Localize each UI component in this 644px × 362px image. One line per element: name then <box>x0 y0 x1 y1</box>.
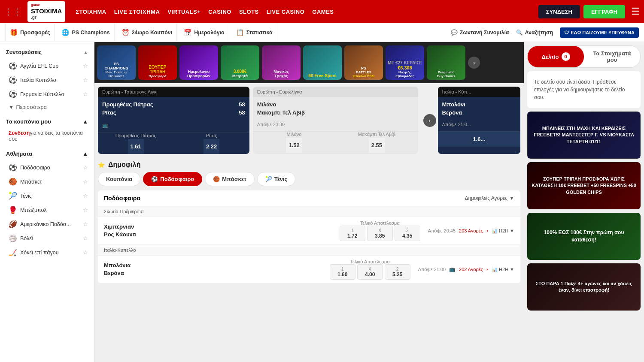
sport-item-baseball[interactable]: 🥊 Μπέιζμπολ ☆ <box>0 203 94 217</box>
tv-icon-2: 📺 <box>449 266 456 272</box>
responsible-gaming-button[interactable]: 🛡 ΕΔΩ ΠΑΙΖΟΥΜΕ ΥΠΕΥΘΥΝΑ <box>560 27 639 38</box>
nav-offers[interactable]: 🎁 Προσφορές <box>5 23 55 42</box>
tab-tennis[interactable]: 🎾 Τένις <box>257 172 295 186</box>
sports-header[interactable]: Αθλήματα ▲ <box>0 147 94 160</box>
promo-banner-2[interactable]: ΣΟΥΠΕΡ ΤΡΙΠΛΗ ΠΡΟΣΦΟΡΑ ΧΩΡΙΣ ΚΑΤΑΘΕΣΗ 10… <box>527 162 641 209</box>
match-1-team1-odds: Προμηθέας Πάτρας 1.61 <box>98 133 173 154</box>
h2h-button-2[interactable]: 📊 H2H ▼ <box>492 267 514 272</box>
nav-virtuals[interactable]: VIRTUALS+ <box>167 9 200 15</box>
match-2-odd1-cell[interactable]: 1 1.60 <box>330 264 355 280</box>
match-next-button[interactable]: › <box>423 114 436 127</box>
nav-live-stoixima[interactable]: LIVE ΣΤΟΙΧΗΜΑ <box>114 9 160 15</box>
content-area: PS CHAMPIONS Μαν. Γιουν. vs Νιούκαστλ ΣΟ… <box>94 42 524 362</box>
sidebar-item-germany[interactable]: ⚽ Γερμανία Κύπελλο ☆ <box>0 87 94 101</box>
chevron-right-icon-2: › <box>486 266 488 272</box>
promo-banner-4[interactable]: ΣΤΟ ΠΑΡΑ 1 Παίξε 4+ αγώνες και αν χάσεις… <box>527 263 641 311</box>
search-icon: 🔍 <box>516 29 523 36</box>
nav-casino[interactable]: CASINO <box>208 9 231 15</box>
match-card-1: Ευρώπη - Τσάμπιονς Λιγκ Προμηθέας Πάτρας… <box>98 87 249 154</box>
login-button[interactable]: ΣΥΝΔΕΣΗ <box>538 5 580 18</box>
h2h-button-1[interactable]: 📊 H2H ▼ <box>492 228 514 234</box>
nav-statistics[interactable]: 📋 Στατιστικά <box>232 23 277 42</box>
nav-ps-champions[interactable]: 🌐 PS Champions <box>57 23 114 42</box>
match-1-teams-display: Χιμπέρνιαν Ρος Κάουντι <box>104 223 340 238</box>
my-bets-tab[interactable]: Τα Στοιχήματά μου <box>584 46 640 67</box>
promo-card-ps-battles[interactable]: PS BATTLES Έπαθλο PS5! <box>344 45 383 80</box>
tab-football[interactable]: ⚽ Ποδόσφαιρο <box>143 172 202 186</box>
match-1-info: Χιμπέρνιαν Ρος Κάουντι <box>104 223 340 238</box>
nav-games[interactable]: GAMES <box>312 9 334 15</box>
match-1-odd2-cell[interactable]: 2 4.35 <box>395 226 420 241</box>
match-2-odd2[interactable]: 2.55 <box>369 138 385 153</box>
promo-card-ps-champs[interactable]: PS CHAMPIONS Μαν. Γιουν. vs Νιούκαστλ <box>97 45 136 80</box>
match-1-odd1-cell[interactable]: 1 1.72 <box>340 226 365 241</box>
nav-live-casino[interactable]: LIVE CASINO <box>267 9 305 15</box>
gift-icon: 🎁 <box>10 29 18 36</box>
match-2-team2-row: Μακάμπι Τελ Αβίβ <box>257 109 414 116</box>
match-1-odd2[interactable]: 2.22 <box>204 139 219 154</box>
match-3-odd-partial[interactable]: 1.6... <box>438 132 520 147</box>
match-1-odds-group: 1 1.72 X 3.85 2 4.35 <box>340 226 420 241</box>
match-list-header: Ποδόσφαιρο Δημοφιλείς Αγορές ▼ <box>98 190 520 206</box>
my-coupons-label: Τα κουπόνια μου <box>6 118 51 125</box>
match-2-odd1[interactable]: 1.52 <box>286 138 302 153</box>
promo-card-free-spins[interactable]: 60 Free Spins <box>303 45 342 80</box>
match-row-1: Χιμπέρνιαν Ρος Κάουντι Τελικό Αποτέλεσμα… <box>98 217 520 245</box>
nav-stoixima[interactable]: ΣΤΟΙΧΗΜΑ <box>76 9 106 15</box>
promo-card-winner[interactable]: ΜΕ €27 ΚΕΡΔΙΣΕ €6.308 Νικητής Εβδομάδας <box>386 45 424 80</box>
sidebar-more[interactable]: ▼ Περισσότερα <box>0 101 94 113</box>
match-1-team2-name: Ρίτας <box>102 109 116 116</box>
shortcuts-header[interactable]: Συντομεύσεις ▲ <box>0 45 94 59</box>
tab-coupons[interactable]: Κουπόνια <box>98 172 140 186</box>
nav-24h-coupon[interactable]: ⏰ 24ωρο Κουπόνι <box>117 23 177 42</box>
sidebar-item-italy[interactable]: ⚽ Ιταλία Κυπελλο ☆ <box>0 73 94 87</box>
nav-right-section: 💬 Ζωντανή Συνομιλία 🔍 Αναζήτηση 🛡 ΕΔΩ ΠΑ… <box>451 27 639 38</box>
result-col-2: Τελικό Αποτέλεσμα 1 1.60 X 4.00 <box>330 259 410 280</box>
promo-card-offer[interactable]: Ημερολόγιο Προσφορών <box>179 45 218 80</box>
chat-label: Ζωντανή Συνομιλία <box>460 30 509 36</box>
markets-link-2[interactable]: 202 Αγορές <box>459 267 483 272</box>
nav-calendar[interactable]: 📅 Ημερολόγιο <box>179 23 229 42</box>
match-1-header: Ευρώπη - Τσάμπιονς Λιγκ <box>98 87 249 97</box>
sport-item-tennis[interactable]: 🎾 Τένις ☆ <box>0 189 94 203</box>
site-logo[interactable]: game STOIXIMA .gr <box>27 1 65 22</box>
hamburger-icon[interactable]: ☰ <box>631 6 640 17</box>
promo-card-super-triple[interactable]: ΣΟΥΠΕΡ ΤΡΙΠΛΗ Προσφορά <box>138 45 177 80</box>
match-2-odd2-cell[interactable]: 2 5.25 <box>385 264 410 280</box>
shortcuts-arrow: ▲ <box>83 50 88 55</box>
sport-item-american-football[interactable]: 🏈 Αμερικάνικο Ποδόσ... ☆ <box>0 217 94 231</box>
sidebar-item-england[interactable]: ⚽ Αγγλία EFL Cup ☆ <box>0 59 94 73</box>
sport-item-volleyball[interactable]: 🏐 Βόλεϊ ☆ <box>0 231 94 245</box>
match-1-odd1[interactable]: 1.61 <box>128 139 144 154</box>
promo-banner-3[interactable]: 100% ΕΩΣ 100€ Στην πρώτη σου κατάθεση! <box>527 213 641 260</box>
sport-item-football[interactable]: ⚽ Ποδόσφαιρο ☆ <box>0 160 94 175</box>
match-2-info: Μπολόνια Βερόνα <box>104 262 330 277</box>
promo-banner-1[interactable]: ΜΠΑΙΝΕΙΣ ΣΤΗ ΜΑΧΗ ΚΑΙ ΚΕΡΔΙΖΕΙΣ FREEBETS… <box>527 112 641 159</box>
nav-slots[interactable]: SLOTS <box>239 9 259 15</box>
match-2-oddX-cell[interactable]: X 4.00 <box>357 264 383 280</box>
betslip-tab-active[interactable]: Δελτίο 0 <box>528 46 584 67</box>
popular-markets-button[interactable]: Δημοφιλείς Αγορές ▼ <box>465 195 514 201</box>
grid-icon[interactable]: ⋮⋮ <box>4 6 21 17</box>
register-button[interactable]: ΕΓΓΡΑΦΗ <box>583 5 625 18</box>
promo-card-pragmatic[interactable]: Pragmatic Buy Bonus <box>427 45 465 80</box>
promo-next-button[interactable]: › <box>468 57 480 69</box>
match-1-team1-row: Προμηθέας Πάτρας 58 <box>102 101 245 108</box>
nav-24h-label: 24ωρο Κουπόνι <box>132 30 173 36</box>
sidebar-login-link[interactable]: Σύνδεση <box>9 130 30 136</box>
promo-card-magic-wheel[interactable]: Μαγικός Τροχός <box>262 45 301 80</box>
markets-link-1[interactable]: 203 Αγορές <box>459 228 483 233</box>
tab-basketball[interactable]: 🏀 Μπάσκετ <box>205 172 255 186</box>
match-1-team2-odds: Ρίτας 2.22 <box>173 133 249 154</box>
match-1-oddX-cell[interactable]: X 3.85 <box>367 226 393 241</box>
match-2-team1-odds: Μιλάνο 1.52 <box>253 132 335 153</box>
live-chat[interactable]: 💬 Ζωντανή Συνομιλία <box>451 29 509 36</box>
match-2-time-display: Απόψε 21:00 <box>418 267 446 272</box>
my-coupons-header[interactable]: Τα κουπόνια μου ▲ <box>0 115 94 128</box>
sport-item-hockey[interactable]: 🏒 Χόκεϊ επί πάγου ☆ <box>0 245 94 259</box>
baseball-sport-icon: 🥊 <box>9 206 17 214</box>
popular-tabs: Κουπόνια ⚽ Ποδόσφαιρο 🏀 Μπάσκετ 🎾 Τένις <box>98 172 520 186</box>
search-button[interactable]: 🔍 Αναζήτηση <box>516 29 553 36</box>
sport-item-basketball[interactable]: 🏀 Μπάσκετ ☆ <box>0 175 94 189</box>
promo-card-calendar[interactable]: 3.000€ Μετρητά <box>221 45 259 80</box>
